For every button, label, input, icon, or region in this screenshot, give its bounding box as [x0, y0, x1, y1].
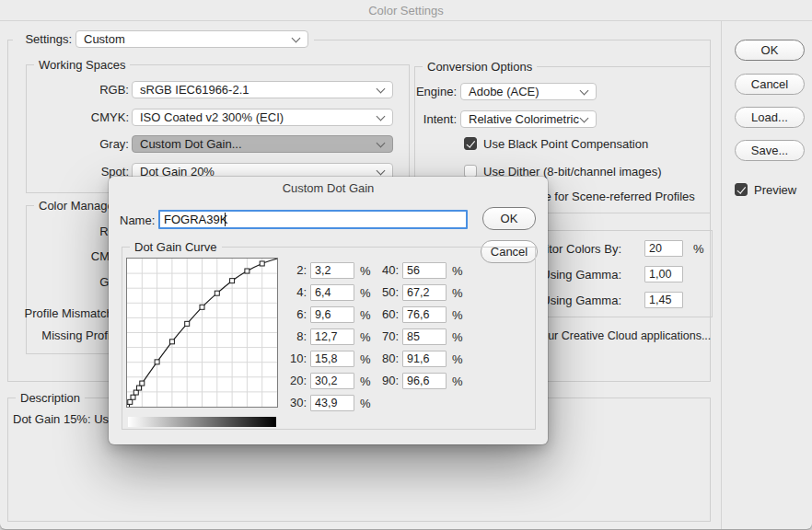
engine-row: Engine: Adobe (ACE) — [412, 83, 597, 100]
dot-gain-curve-title: Dot Gain Curve — [130, 240, 222, 254]
engine-label: Engine: — [412, 85, 457, 98]
field-input-4[interactable] — [310, 284, 354, 301]
rgb-label: RGB: — [29, 83, 129, 97]
blend-text-input[interactable] — [644, 292, 683, 308]
text-caret — [225, 213, 226, 226]
rgb-dropdown[interactable]: sRGB IEC61966-2.1 — [132, 81, 393, 98]
settings-value: Custom — [84, 32, 125, 46]
gray-dropdown[interactable]: Custom Dot Gain... — [132, 135, 393, 153]
working-space-row-cmyk: CMYK: ISO Coated v2 300% (ECI) — [29, 109, 393, 126]
field-label-80: 80: — [367, 351, 399, 367]
intent-value: Relative Colorimetric — [469, 112, 579, 126]
field-label-90: 90: — [367, 373, 399, 389]
field-label-50: 50: — [367, 284, 399, 301]
percent-suffix: % — [360, 397, 371, 410]
field-input-50[interactable] — [402, 284, 447, 301]
field-input-90[interactable] — [402, 373, 447, 389]
engine-value: Adobe (ACE) — [469, 85, 539, 98]
intent-dropdown[interactable]: Relative Colorimetric — [460, 110, 597, 128]
modal-title: Custom Dot Gain — [109, 181, 548, 195]
custom-dot-gain-dialog: Custom Dot Gain Name: OK Cancel Dot Gain… — [109, 177, 548, 444]
cmyk-label: CMYK: — [29, 110, 129, 124]
cmyk-dropdown[interactable]: ISO Coated v2 300% (ECI) — [132, 109, 393, 126]
field-input-2[interactable] — [310, 262, 354, 279]
chevron-down-icon — [377, 138, 386, 147]
black-point-row: Use Black Point Compensation — [464, 136, 648, 151]
save-button[interactable]: Save... — [735, 140, 805, 161]
dot-gain-curve-graph[interactable] — [126, 258, 278, 408]
desaturate-input[interactable] — [644, 240, 683, 257]
gray-value: Custom Dot Gain... — [140, 137, 242, 151]
preview-row: Preview — [735, 182, 796, 197]
load-button[interactable]: Load... — [735, 107, 805, 128]
field-input-80[interactable] — [402, 351, 447, 367]
chevron-down-icon — [292, 33, 301, 42]
field-input-70[interactable] — [402, 328, 447, 345]
percent-suffix: % — [452, 374, 463, 388]
field-label-2: 2: — [275, 262, 307, 279]
chevron-down-icon — [377, 111, 386, 121]
gray-gradient-strip — [128, 417, 276, 427]
settings-label: Settings: — [18, 32, 72, 46]
conversion-options-title: Conversion Options — [423, 60, 537, 74]
dither-checkbox[interactable] — [464, 165, 477, 178]
dialog-titlebar: Color Settings — [0, 0, 812, 21]
field-label-70: 70: — [367, 328, 399, 345]
chevron-down-icon — [377, 84, 386, 93]
field-label-20: 20: — [275, 373, 307, 389]
field-input-20[interactable] — [310, 373, 354, 389]
percent-suffix: % — [452, 286, 463, 300]
black-point-label: Use Black Point Compensation — [483, 137, 648, 151]
working-spaces-title: Working Spaces — [34, 58, 130, 72]
blend-rgb-input[interactable] — [644, 266, 683, 282]
field-label-40: 40: — [367, 262, 399, 279]
curve-grid — [127, 259, 277, 407]
field-label-10: 10: — [275, 351, 307, 367]
field-input-6[interactable] — [310, 306, 354, 323]
button-column-divider — [721, 20, 722, 529]
chevron-down-icon — [580, 113, 589, 122]
field-label-60: 60: — [367, 306, 399, 323]
percent-suffix: % — [452, 308, 463, 322]
gray-label: Gray: — [29, 137, 129, 151]
field-label-6: 6: — [275, 306, 307, 323]
percent-suffix: % — [452, 264, 463, 278]
settings-row: Settings: Custom — [13, 30, 314, 48]
working-space-row-rgb: RGB: sRGB IEC61966-2.1 — [29, 81, 393, 98]
percent-suffix: % — [452, 330, 463, 344]
chevron-down-icon — [580, 86, 589, 95]
curve-markers — [127, 261, 264, 407]
percent-suffix: % — [452, 352, 463, 366]
description-title: Description — [16, 391, 85, 405]
sync-status-text: Your Creative Cloud applications... — [535, 329, 711, 342]
working-space-row-gray: Gray: Custom Dot Gain... — [29, 135, 393, 153]
field-input-60[interactable] — [402, 306, 447, 323]
settings-dropdown[interactable]: Custom — [75, 30, 308, 48]
cancel-button[interactable]: Cancel — [735, 74, 805, 95]
desaturate-suffix: % — [693, 242, 704, 256]
field-input-40[interactable] — [402, 262, 447, 279]
field-label-8: 8: — [275, 328, 307, 345]
cmyk-value: ISO Coated v2 300% (ECI) — [140, 110, 284, 124]
ok-button[interactable]: OK — [735, 40, 805, 61]
name-label: Name: — [120, 213, 155, 227]
modal-ok-button[interactable]: OK — [482, 207, 536, 230]
intent-row: Intent: Relative Colorimetric — [412, 110, 597, 128]
field-input-30[interactable] — [310, 395, 354, 411]
preview-checkbox[interactable] — [735, 183, 748, 196]
field-label-4: 4: — [275, 284, 307, 301]
preview-label: Preview — [754, 183, 796, 197]
field-input-8[interactable] — [310, 328, 354, 345]
description-text: Dot Gain 15%: Use — [13, 412, 115, 426]
intent-label: Intent: — [412, 112, 457, 126]
dot-gain-curve-svg — [127, 259, 277, 407]
dialog-title: Color Settings — [368, 4, 444, 17]
black-point-checkbox[interactable] — [464, 137, 477, 150]
field-input-10[interactable] — [310, 351, 354, 367]
engine-dropdown[interactable]: Adobe (ACE) — [460, 83, 597, 100]
field-label-30: 30: — [275, 395, 307, 411]
name-input[interactable] — [158, 210, 468, 229]
chevron-down-icon — [377, 166, 386, 175]
color-settings-dialog: Color Settings Settings: Custom Working … — [0, 0, 812, 529]
rgb-value: sRGB IEC61966-2.1 — [140, 83, 249, 97]
